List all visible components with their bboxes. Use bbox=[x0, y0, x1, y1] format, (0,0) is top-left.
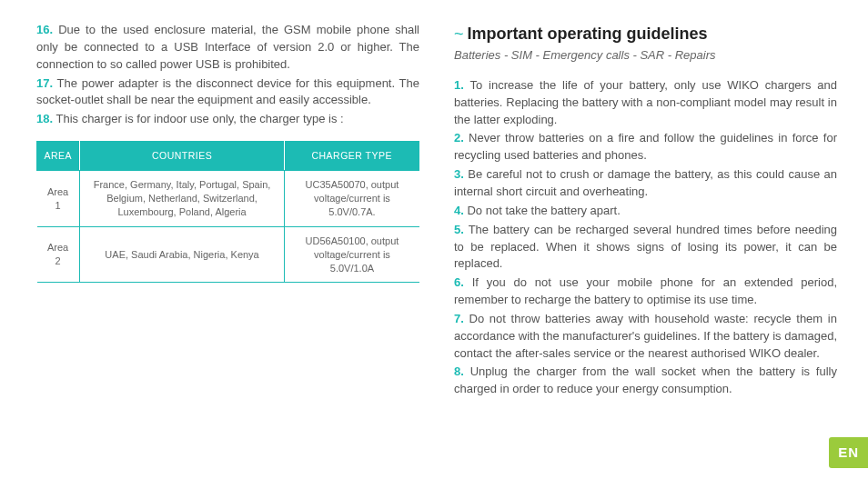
item-text: Do not take the battery apart. bbox=[467, 204, 620, 217]
th-charger: CHARGER TYPE bbox=[285, 142, 419, 171]
guideline-8: 8. Unplug the charger from the wall sock… bbox=[454, 364, 837, 398]
item-number: 4. bbox=[454, 204, 464, 217]
right-column: ~Important operating guidelines Batterie… bbox=[445, 22, 846, 457]
item-18: 18. This charger is for indoor use only,… bbox=[36, 111, 419, 128]
guideline-2: 2. Never throw batteries on a fire and f… bbox=[454, 130, 837, 165]
item-text: To increase the life of your battery, on… bbox=[454, 78, 837, 126]
item-number: 6. bbox=[454, 275, 464, 289]
charger-table: AREA COUNTRIES CHARGER TYPE Area 1 Franc… bbox=[36, 141, 419, 283]
item-16: 16. Due to the used enclosure material, … bbox=[36, 22, 419, 74]
guideline-3: 3. Be careful not to crush or damage the… bbox=[454, 166, 837, 201]
cell-countries: UAE, Saudi Arabia, Nigeria, Kenya bbox=[79, 226, 285, 283]
tilde-icon: ~ bbox=[454, 25, 464, 43]
item-number: 18. bbox=[36, 112, 53, 125]
item-text: Due to the used enclosure material, the … bbox=[36, 23, 419, 71]
item-number: 17. bbox=[36, 76, 53, 90]
title-text: Important operating guidelines bbox=[468, 25, 708, 43]
cell-countries: France, Germany, Italy, Portugal, Spain,… bbox=[79, 171, 285, 227]
guideline-5: 5. The battery can be recharged several … bbox=[454, 222, 837, 274]
item-number: 8. bbox=[454, 364, 464, 378]
cell-charger: UD56A50100, output voltage/current is 5.… bbox=[285, 226, 419, 283]
th-countries: COUNTRIES bbox=[79, 142, 285, 171]
table-header-row: AREA COUNTRIES CHARGER TYPE bbox=[37, 142, 419, 171]
item-text: Be careful not to crush or damage the ba… bbox=[454, 167, 837, 198]
section-subtitle: Batteries - SIM - Emergency calls - SAR … bbox=[454, 47, 837, 65]
language-badge: EN bbox=[829, 437, 868, 468]
item-number: 5. bbox=[454, 223, 464, 236]
cell-charger: UC35A50070, output voltage/current is 5.… bbox=[285, 171, 419, 227]
item-text: The power adapter is the disconnect devi… bbox=[36, 76, 419, 107]
item-number: 7. bbox=[454, 312, 464, 325]
cell-area: Area 1 bbox=[37, 171, 80, 227]
item-text: Do not throw batteries away with househo… bbox=[454, 312, 837, 360]
item-text: Unplug the charger from the wall socket … bbox=[454, 364, 837, 395]
th-area: AREA bbox=[37, 142, 80, 171]
cell-area: Area 2 bbox=[37, 226, 80, 283]
item-number: 16. bbox=[36, 23, 53, 36]
guideline-4: 4. Do not take the battery apart. bbox=[454, 203, 837, 220]
guideline-7: 7. Do not throw batteries away with hous… bbox=[454, 311, 837, 363]
item-number: 2. bbox=[454, 131, 464, 145]
item-text: This charger is for indoor use only, the… bbox=[56, 112, 343, 125]
item-17: 17. The power adapter is the disconnect … bbox=[36, 75, 419, 110]
guideline-6: 6. If you do not use your mobile phone f… bbox=[454, 274, 837, 309]
item-number: 1. bbox=[454, 78, 464, 92]
table-row: Area 2 UAE, Saudi Arabia, Nigeria, Kenya… bbox=[37, 226, 419, 283]
item-number: 3. bbox=[454, 167, 464, 181]
item-text: Never throw batteries on a fire and foll… bbox=[454, 131, 837, 162]
item-text: The battery can be recharged several hun… bbox=[454, 223, 837, 271]
guideline-1: 1. To increase the life of your battery,… bbox=[454, 77, 837, 129]
left-column: 16. Due to the used enclosure material, … bbox=[36, 22, 445, 457]
section-title: ~Important operating guidelines bbox=[454, 22, 837, 45]
table-row: Area 1 France, Germany, Italy, Portugal,… bbox=[37, 171, 419, 227]
item-text: If you do not use your mobile phone for … bbox=[454, 275, 837, 306]
